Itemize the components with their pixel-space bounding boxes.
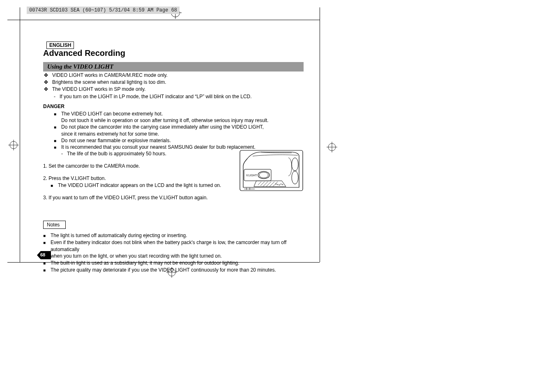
danger-line: Do not use near flammable or explosive m… [61, 137, 171, 144]
section-title: Advanced Recording [43, 48, 125, 58]
danger-heading: DANGER [43, 103, 306, 110]
vlight-label: V.LIGHT [246, 174, 257, 177]
intro-subitem: - If you turn on the LIGHT in LP mode, t… [54, 93, 306, 100]
plus-bullet-icon: ✤ [43, 86, 49, 92]
intro-text: VIDEO LIGHT works in CAMERA/M.REC mode o… [52, 72, 168, 78]
notes-item: ■ Even if the battery indicator does not… [43, 239, 306, 259]
notes-item: ■ The light is turned off automatically … [43, 232, 306, 239]
danger-line: Do not place the camcorder into the carr… [61, 124, 264, 130]
square-bullet-icon: ■ [54, 137, 58, 144]
crop-line-left [20, 7, 20, 262]
crop-line-right [320, 7, 320, 262]
intro-text: Brightens the scene when natural lightin… [52, 79, 166, 85]
notes-text: The built-in light is used as a subsidia… [51, 260, 240, 266]
intro-text: The VIDEO LIGHT works in SP mode only. [52, 86, 145, 92]
plus-bullet-icon: ✤ [43, 79, 49, 85]
square-bullet-icon: ■ [54, 111, 58, 124]
notes-heading: Notes [43, 221, 66, 229]
step-item: 3. If you want to turn off the VIDEO LIG… [43, 194, 306, 201]
square-bullet-icon: ■ [54, 144, 58, 150]
intro-item: ✤ VIDEO LIGHT works in CAMERA/M.REC mode… [43, 72, 306, 78]
danger-item: ■ Do not place the camcorder into the ca… [54, 124, 306, 137]
danger-sub-line: The life of the bulb is approximately 50… [67, 150, 166, 157]
camcorder-diagram-icon: V.LIGHT [238, 149, 304, 192]
notes-text: Even if the battery indicator does not b… [51, 240, 286, 252]
notes-item: ■ The picture quality may deteriorate if… [43, 267, 306, 273]
square-bullet-icon: ■ [43, 267, 47, 273]
notes-text: The light is turned off automatically du… [51, 232, 187, 239]
intro-item: ✤ Brightens the scene when natural light… [43, 79, 306, 85]
danger-line: It is recommended that you consult your … [61, 144, 256, 150]
danger-line: The VIDEO LIGHT can become extremely hot… [61, 111, 163, 117]
dash-bullet-icon: - [61, 150, 64, 157]
square-bullet-icon: ■ [43, 232, 47, 239]
svg-point-28 [259, 172, 268, 178]
danger-item: ■ Do not use near flammable or explosive… [54, 137, 306, 144]
square-bullet-icon: ■ [54, 124, 58, 137]
danger-line: Do not touch it while in operation or so… [61, 118, 269, 123]
language-badge: ENGLISH [46, 42, 74, 49]
dash-bullet-icon: - [54, 93, 57, 100]
square-bullet-icon: ■ [51, 182, 55, 189]
registration-mark-left-icon [8, 140, 19, 150]
step-text: 3. If you want to turn off the VIDEO LIG… [43, 194, 306, 201]
notes-list: ■ The light is turned off automatically … [43, 232, 306, 273]
section-subtitle: Using the VIDEO LIGHT [43, 62, 304, 71]
plus-bullet-icon: ✤ [43, 72, 49, 78]
notes-item: ■ The built-in light is used as a subsid… [43, 260, 306, 266]
danger-line: since it remains extremely hot for some … [61, 131, 159, 137]
registration-mark-right-icon [327, 142, 337, 152]
step-sub-text: The VIDEO LIGHT indicator appears on the… [58, 182, 221, 189]
page-number: 68 [40, 252, 45, 257]
intro-item: ✤ The VIDEO LIGHT works in SP mode only. [43, 86, 306, 92]
print-header: 00743R SCD103 SEA (60~107) 5/31/04 8:59 … [27, 7, 180, 14]
square-bullet-icon: ■ [43, 260, 47, 266]
notes-text: when you turn on the light, or when you … [51, 253, 222, 259]
notes-text: The picture quality may deteriorate if y… [51, 267, 276, 273]
intro-sub-text: If you turn on the LIGHT in LP mode, the… [60, 93, 252, 100]
danger-item: ■ The VIDEO LIGHT can become extremely h… [54, 111, 306, 124]
